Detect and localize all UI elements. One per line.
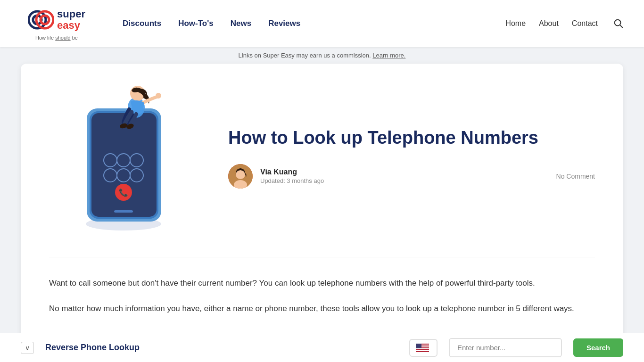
right-nav: Home About Contact [505, 16, 625, 32]
svg-line-5 [620, 25, 622, 27]
bottom-bar: ∨ Reverse Phone Lookup Search [0, 333, 644, 357]
svg-text:📞: 📞 [119, 188, 128, 197]
svg-rect-30 [416, 348, 429, 349]
article-meta: How to Look up Telephone Numbers Via Kua… [228, 127, 595, 189]
logo-easy: easy [57, 20, 85, 31]
nav-home[interactable]: Home [505, 19, 526, 28]
nav-contact[interactable]: Contact [572, 19, 598, 28]
affiliate-bar: Links on Super Easy may earn us a commis… [0, 47, 644, 64]
search-button[interactable] [611, 16, 625, 32]
logo-icon [28, 7, 54, 33]
nav-howtos[interactable]: How-To's [178, 19, 214, 28]
nav-reviews[interactable]: Reviews [268, 19, 300, 28]
nav-news[interactable]: News [231, 19, 251, 28]
flag-icon [416, 344, 429, 352]
bottom-bar-input[interactable] [449, 338, 562, 357]
learn-more-link[interactable]: Learn more. [372, 52, 405, 59]
main-nav: Discounts How-To's News Reviews [123, 19, 505, 28]
nav-about[interactable]: About [539, 19, 559, 28]
article-title: How to Look up Telephone Numbers [228, 127, 595, 149]
svg-point-21 [156, 93, 161, 99]
phone-illustration: 📞 [49, 82, 200, 233]
author-name: Via Kuang [260, 168, 324, 176]
svg-rect-9 [91, 113, 157, 217]
bottom-collapse-button[interactable]: ∨ [21, 342, 34, 354]
main-card: 📞 [21, 64, 623, 346]
search-icon [613, 18, 623, 28]
comment-count: No Comment [556, 173, 595, 180]
article-body: Want to call someone but don't have thei… [49, 276, 595, 316]
site-header: super easy How life should be Discounts … [0, 0, 644, 47]
logo-super: super [57, 8, 85, 20]
affiliate-text: Links on Super Easy may earn us a commis… [239, 52, 406, 59]
author-row: Via Kuang Updated: 3 months ago No Comme… [228, 164, 595, 189]
logo-tagline: How life should be [35, 35, 78, 41]
article-para-1: Want to call someone but don't have thei… [49, 276, 595, 290]
logo-text: super easy [57, 8, 85, 31]
bottom-bar-flag [409, 339, 438, 357]
svg-rect-31 [416, 350, 429, 351]
nav-discounts[interactable]: Discounts [123, 19, 161, 28]
author-updated: Updated: 3 months ago [260, 177, 324, 184]
bottom-bar-search-button[interactable]: Search [573, 338, 623, 357]
bottom-bar-title: Reverse Phone Lookup [45, 343, 398, 353]
svg-rect-32 [416, 344, 421, 348]
hero-section: 📞 [49, 82, 595, 257]
author-info: Via Kuang Updated: 3 months ago [260, 168, 324, 184]
author-avatar [228, 164, 253, 189]
svg-rect-18 [114, 210, 133, 213]
phone-svg: 📞 [68, 85, 181, 231]
author-avatar-svg [228, 164, 253, 189]
article-para-2: No matter how much information you have,… [49, 302, 595, 316]
logo-area: super easy How life should be [19, 7, 94, 41]
logo[interactable]: super easy [28, 7, 85, 33]
